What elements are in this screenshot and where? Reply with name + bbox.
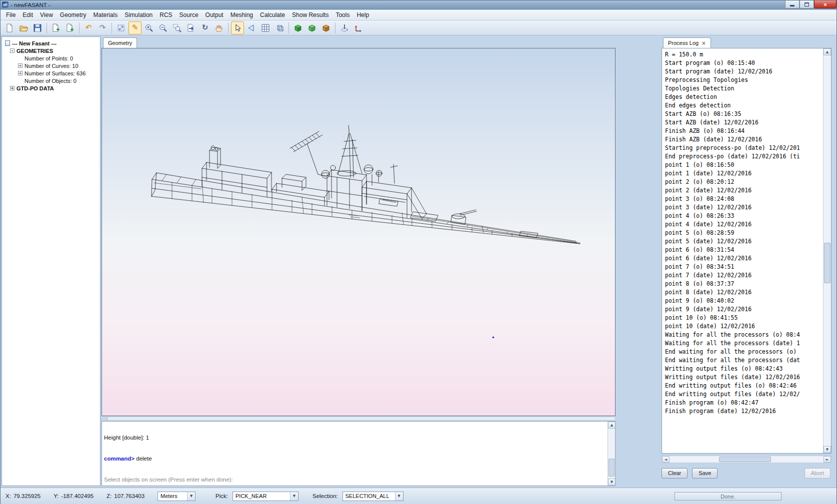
menu-file[interactable]: File xyxy=(2,10,19,19)
menu-show-results[interactable]: Show Results xyxy=(288,10,332,19)
scrollbar-thumb[interactable] xyxy=(824,243,830,283)
scrollbar-thumb[interactable] xyxy=(719,457,772,462)
tree-item-gtd-po-data[interactable]: + GTD-PO DATA xyxy=(3,84,99,92)
view-direction-button[interactable] xyxy=(245,21,258,34)
tree-item-curves[interactable]: + Number of Curves: 10 xyxy=(3,62,99,69)
minimize-button[interactable] xyxy=(785,0,800,8)
solid-view-green-button[interactable] xyxy=(292,21,304,34)
export-geometry-button[interactable] xyxy=(64,21,76,34)
open-button[interactable] xyxy=(17,21,30,34)
menu-help[interactable]: Help xyxy=(353,10,372,19)
tab-process-log[interactable]: Process Log × xyxy=(663,37,711,48)
select-cursor-icon xyxy=(233,23,242,32)
solid-cube-green-icon xyxy=(294,23,302,32)
menu-meshing[interactable]: Meshing xyxy=(227,10,256,19)
tree-item-points[interactable]: Number of Points: 0 xyxy=(3,54,99,62)
geometry-tree-panel: --- New Fasant --- - GEOMETRIES Number o… xyxy=(2,36,100,486)
tree-item-objects[interactable]: Number of Objects: 0 xyxy=(3,77,99,84)
import-geometry-icon xyxy=(52,23,60,32)
solid-cube-shaded-icon xyxy=(308,23,316,32)
tree-root[interactable]: --- New Fasant --- xyxy=(3,39,99,47)
process-log-buttons: Clear Save Abort xyxy=(662,467,832,480)
command-scrollbar[interactable]: ▲ ▼ xyxy=(608,422,615,486)
collapse-icon[interactable]: - xyxy=(10,48,14,53)
menu-calculate[interactable]: Calculate xyxy=(256,10,288,19)
menu-rcs[interactable]: RCS xyxy=(156,10,176,19)
solid-view-orange-button[interactable] xyxy=(320,21,332,34)
zoom-in-button[interactable] xyxy=(142,21,156,34)
zoom-extents-button[interactable] xyxy=(114,21,128,34)
menu-simulation[interactable]: Simulation xyxy=(121,10,156,19)
zoom-out-button[interactable] xyxy=(156,21,170,34)
save-button[interactable] xyxy=(31,21,44,34)
rotate-around-axis-icon xyxy=(340,23,349,32)
clear-button[interactable]: Clear xyxy=(662,468,688,479)
maximize-button[interactable] xyxy=(800,0,814,8)
geometry-viewport[interactable] xyxy=(102,48,616,416)
wireframe-cube-button[interactable] xyxy=(273,21,286,34)
zoom-window-button[interactable] xyxy=(170,21,184,34)
menu-output[interactable]: Output xyxy=(202,10,227,19)
geometry-tab-row: Geometry xyxy=(102,36,616,48)
save-log-button[interactable]: Save xyxy=(692,468,718,479)
expand-icon[interactable]: + xyxy=(18,63,22,68)
units-dropdown[interactable]: Meters ▼ xyxy=(158,492,196,501)
pick-mode-dropdown[interactable]: PICK_NEAR ▼ xyxy=(232,492,298,501)
axes-button[interactable] xyxy=(352,21,365,34)
selection-mode-dropdown[interactable]: SELECTION_ALL ▼ xyxy=(342,492,404,501)
horizontal-splitter[interactable] xyxy=(102,417,616,421)
pan-view-button[interactable] xyxy=(184,21,198,34)
rotate-around-axis-button[interactable] xyxy=(338,21,351,34)
expander-placeholder xyxy=(18,78,22,83)
process-log-tab-row: Process Log × xyxy=(662,36,832,48)
menu-edit[interactable]: Edit xyxy=(19,10,36,19)
redo-button[interactable]: ↷ xyxy=(96,21,109,34)
command-console[interactable]: Height [double]: 1 command> delete Selec… xyxy=(102,421,616,486)
x-coordinate: 79.325925 xyxy=(14,493,40,499)
expand-icon[interactable]: + xyxy=(10,86,14,90)
axes-icon xyxy=(354,23,363,32)
tree-item-geometries[interactable]: - GEOMETRIES xyxy=(3,47,99,54)
scrollbar-track[interactable] xyxy=(670,456,824,463)
expander-placeholder xyxy=(18,56,22,60)
scrollbar-thumb[interactable] xyxy=(608,459,614,477)
pan-view-icon xyxy=(186,23,196,32)
process-log-horizontal-scrollbar[interactable]: ◄ ► xyxy=(662,456,832,463)
z-coordinate: 107.763403 xyxy=(114,493,144,499)
splitter-handle[interactable] xyxy=(102,417,108,420)
menu-tools[interactable]: Tools xyxy=(332,10,353,19)
tab-geometry[interactable]: Geometry xyxy=(103,37,137,48)
process-log-vertical-scrollbar[interactable]: ▲ ▼ xyxy=(823,48,831,453)
menu-materials[interactable]: Materials xyxy=(90,10,122,19)
menu-bar: File Edit View Geometry Materials Simula… xyxy=(0,10,836,20)
hand-pan-button[interactable] xyxy=(212,21,226,34)
import-geometry-button[interactable] xyxy=(50,21,62,34)
undo-button[interactable]: ↶ xyxy=(82,21,95,34)
zoom-out-icon xyxy=(158,23,168,32)
scroll-right-icon[interactable]: ► xyxy=(824,456,831,463)
tree-root-label: --- New Fasant --- xyxy=(12,40,56,46)
scroll-up-icon[interactable]: ▲ xyxy=(608,422,616,429)
scroll-left-icon[interactable]: ◄ xyxy=(662,456,670,463)
command-line: Select objects on screen (Press enter wh… xyxy=(104,476,607,483)
select-cursor-button[interactable] xyxy=(231,21,244,34)
new-file-button[interactable] xyxy=(3,21,16,34)
y-coordinate: -187.402495 xyxy=(61,493,94,499)
scroll-down-icon[interactable]: ▼ xyxy=(824,446,831,453)
menu-view[interactable]: View xyxy=(36,10,56,19)
scroll-up-icon[interactable]: ▲ xyxy=(824,48,831,55)
tab-close-icon[interactable]: × xyxy=(702,40,706,46)
solid-view-shaded-button[interactable] xyxy=(306,21,318,34)
menu-source[interactable]: Source xyxy=(176,10,202,19)
draw-pencil-button[interactable]: ✎ xyxy=(128,21,142,34)
abort-button[interactable]: Abort xyxy=(804,468,830,479)
tree-item-surfaces[interactable]: + Number of Surfaces: 636 xyxy=(3,69,99,77)
grid-view-button[interactable] xyxy=(259,21,272,34)
close-button[interactable]: × xyxy=(814,0,836,8)
scroll-down-icon[interactable]: ▼ xyxy=(608,479,616,486)
menu-geometry[interactable]: Geometry xyxy=(56,10,90,19)
hand-icon xyxy=(214,23,224,32)
progress-label: Done. xyxy=(720,494,735,500)
orbit-view-button[interactable]: ↻ xyxy=(198,21,212,34)
expand-icon[interactable]: + xyxy=(18,71,22,75)
